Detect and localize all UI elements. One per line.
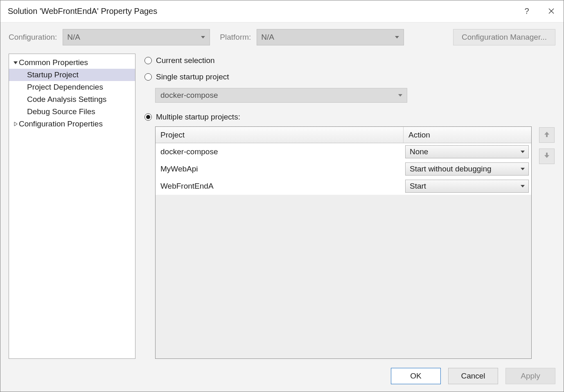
platform-value: N/A (261, 33, 274, 42)
dialog-window: Solution 'WebFrontEndA' Property Pages ?… (0, 0, 564, 392)
tree-label: Common Properties (19, 58, 88, 67)
title-bar: Solution 'WebFrontEndA' Property Pages ? (0, 0, 564, 23)
action-combo[interactable]: Start (405, 180, 529, 193)
tree-label: Project Dependencies (27, 83, 103, 92)
button-label: Apply (521, 372, 540, 381)
chevron-down-icon (398, 91, 403, 100)
action-value: Start (410, 182, 426, 191)
radio-icon (144, 113, 152, 121)
configuration-label: Configuration: (9, 33, 57, 42)
action-value: None (410, 147, 428, 156)
property-tree[interactable]: Common Properties Startup Project Projec… (9, 54, 135, 359)
tree-node-project-dependencies[interactable]: Project Dependencies (9, 81, 135, 93)
tree-label: Code Analysis Settings (27, 95, 106, 104)
config-platform-row: Configuration: N/A Platform: N/A Configu… (9, 29, 555, 45)
configuration-value: N/A (67, 33, 80, 42)
body-split: Common Properties Startup Project Projec… (9, 54, 555, 359)
radio-label: Multiple startup projects: (156, 113, 240, 122)
close-icon (548, 7, 554, 16)
radio-multiple-startup[interactable]: Multiple startup projects: (144, 110, 555, 124)
configuration-combo[interactable]: N/A (63, 29, 210, 45)
grid-row[interactable]: MyWebApi Start without debugging (156, 160, 531, 178)
content-pane: Current selection Single startup project… (144, 54, 555, 359)
radio-label: Single startup project (156, 72, 229, 81)
grid-empty-area (156, 195, 531, 358)
radio-current-selection[interactable]: Current selection (144, 54, 555, 68)
window-title: Solution 'WebFrontEndA' Property Pages (8, 7, 514, 16)
tree-node-startup-project[interactable]: Startup Project (9, 69, 135, 81)
close-button[interactable] (539, 0, 564, 23)
reorder-buttons (539, 126, 555, 359)
move-down-button[interactable] (539, 149, 555, 164)
grid-wrap: Project Action docker-compose None (155, 126, 555, 359)
single-startup-value: docker-compose (160, 91, 218, 100)
cell-project: WebFrontEndA (156, 182, 404, 191)
apply-button[interactable]: Apply (505, 368, 555, 384)
chevron-down-icon (520, 147, 525, 156)
dialog-footer: OK Cancel Apply (9, 359, 555, 384)
chevron-down-icon (201, 33, 205, 42)
startup-projects-grid[interactable]: Project Action docker-compose None (155, 126, 532, 359)
help-icon: ? (524, 7, 529, 16)
radio-icon (144, 57, 152, 64)
cell-project: docker-compose (156, 147, 404, 156)
cell-project: MyWebApi (156, 164, 404, 173)
button-label: OK (410, 372, 421, 381)
action-combo[interactable]: Start without debugging (405, 162, 529, 176)
platform-label: Platform: (220, 33, 251, 42)
tree-node-code-analysis-settings[interactable]: Code Analysis Settings (9, 93, 135, 106)
platform-combo[interactable]: N/A (257, 29, 404, 45)
action-value: Start without debugging (410, 164, 492, 173)
ok-button[interactable]: OK (391, 368, 441, 384)
tree-label: Startup Project (27, 70, 79, 79)
chevron-down-icon (520, 182, 525, 191)
column-header-project[interactable]: Project (156, 127, 404, 143)
help-button[interactable]: ? (514, 0, 539, 23)
configuration-manager-button[interactable]: Configuration Manager... (453, 29, 555, 45)
radio-single-startup[interactable]: Single startup project (144, 70, 555, 84)
grid-row[interactable]: WebFrontEndA Start (156, 178, 531, 195)
cancel-button[interactable]: Cancel (448, 368, 498, 384)
single-startup-combo[interactable]: docker-compose (155, 88, 407, 103)
tree-node-debug-source-files[interactable]: Debug Source Files (9, 106, 135, 118)
radio-label: Current selection (156, 56, 215, 65)
arrow-up-icon (544, 131, 550, 140)
tree-label: Configuration Properties (19, 119, 103, 128)
chevron-down-icon (520, 164, 525, 173)
arrow-down-icon (544, 152, 550, 161)
tree-label: Debug Source Files (27, 107, 95, 116)
tree-node-configuration-properties[interactable]: Configuration Properties (9, 118, 135, 130)
triangle-down-icon (12, 61, 19, 65)
triangle-right-icon (12, 122, 19, 126)
move-up-button[interactable] (539, 127, 555, 143)
grid-header: Project Action (156, 127, 531, 143)
grid-row[interactable]: docker-compose None (156, 143, 531, 160)
button-label: Cancel (461, 372, 485, 381)
main-area: Configuration: N/A Platform: N/A Configu… (0, 23, 564, 392)
configuration-manager-label: Configuration Manager... (462, 33, 547, 42)
radio-icon (144, 73, 152, 81)
chevron-down-icon (395, 33, 399, 42)
action-combo[interactable]: None (405, 145, 529, 158)
startup-project-form: Current selection Single startup project… (144, 54, 555, 359)
column-header-action[interactable]: Action (404, 127, 531, 143)
tree-node-common-properties[interactable]: Common Properties (9, 56, 135, 69)
